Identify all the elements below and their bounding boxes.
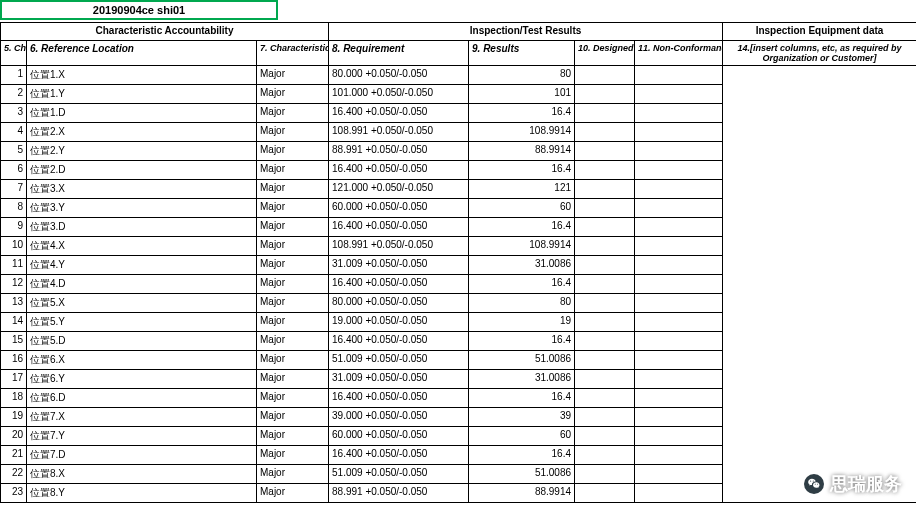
cell-res[interactable]: 16.4: [469, 161, 575, 180]
cell-char[interactable]: Major: [257, 332, 329, 351]
cell-nc[interactable]: [635, 389, 723, 408]
cell-res[interactable]: 16.4: [469, 218, 575, 237]
cell-res[interactable]: 16.4: [469, 389, 575, 408]
cell-tool[interactable]: [575, 237, 635, 256]
col-equip[interactable]: 14.[insert columns, etc, as required by …: [723, 41, 916, 66]
cell-char[interactable]: Major: [257, 123, 329, 142]
cell-refloc[interactable]: 位置3.Y: [27, 199, 257, 218]
cell-res[interactable]: 101: [469, 85, 575, 104]
cell-tool[interactable]: [575, 275, 635, 294]
cell-charno[interactable]: 3: [1, 104, 27, 123]
cell-refloc[interactable]: 位置8.Y: [27, 484, 257, 503]
cell-tool[interactable]: [575, 104, 635, 123]
cell-tool[interactable]: [575, 465, 635, 484]
cell-char[interactable]: Major: [257, 85, 329, 104]
cell-refloc[interactable]: 位置3.X: [27, 180, 257, 199]
cell-nc[interactable]: [635, 142, 723, 161]
cell-tool[interactable]: [575, 142, 635, 161]
cell-charno[interactable]: 22: [1, 465, 27, 484]
cell-req[interactable]: 16.400 +0.050/-0.050: [329, 446, 469, 465]
cell-tool[interactable]: [575, 351, 635, 370]
cell-char[interactable]: Major: [257, 256, 329, 275]
cell-res[interactable]: 31.0086: [469, 256, 575, 275]
cell-res[interactable]: 51.0086: [469, 465, 575, 484]
cell-nc[interactable]: [635, 294, 723, 313]
col-nc[interactable]: 11. Non-Conformance Number: [635, 41, 723, 66]
cell-res[interactable]: 51.0086: [469, 351, 575, 370]
cell-req[interactable]: 101.000 +0.050/-0.050: [329, 85, 469, 104]
cell-req[interactable]: 60.000 +0.050/-0.050: [329, 427, 469, 446]
cell-nc[interactable]: [635, 199, 723, 218]
cell-char[interactable]: Major: [257, 294, 329, 313]
cell-char[interactable]: Major: [257, 408, 329, 427]
cell-nc[interactable]: [635, 123, 723, 142]
cell-refloc[interactable]: 位置4.D: [27, 275, 257, 294]
col-charno[interactable]: 5. Char No.: [1, 41, 27, 66]
cell-char[interactable]: Major: [257, 180, 329, 199]
cell-tool[interactable]: [575, 180, 635, 199]
cell-charno[interactable]: 8: [1, 199, 27, 218]
cell-char[interactable]: Major: [257, 66, 329, 85]
cell-res[interactable]: 108.9914: [469, 237, 575, 256]
cell-nc[interactable]: [635, 313, 723, 332]
cell-res[interactable]: 16.4: [469, 446, 575, 465]
cell-tool[interactable]: [575, 332, 635, 351]
cell-charno[interactable]: 2: [1, 85, 27, 104]
cell-res[interactable]: 16.4: [469, 332, 575, 351]
cell-refloc[interactable]: 位置5.X: [27, 294, 257, 313]
cell-refloc[interactable]: 位置4.X: [27, 237, 257, 256]
active-cell-input[interactable]: [0, 0, 278, 20]
cell-tool[interactable]: [575, 199, 635, 218]
cell-char[interactable]: Major: [257, 161, 329, 180]
cell-refloc[interactable]: 位置7.Y: [27, 427, 257, 446]
cell-res[interactable]: 108.9914: [469, 123, 575, 142]
col-refloc[interactable]: 6. Reference Location: [27, 41, 257, 66]
cell-charno[interactable]: 9: [1, 218, 27, 237]
cell-char[interactable]: Major: [257, 104, 329, 123]
cell-req[interactable]: 51.009 +0.050/-0.050: [329, 351, 469, 370]
cell-req[interactable]: 121.000 +0.050/-0.050: [329, 180, 469, 199]
cell-req[interactable]: 108.991 +0.050/-0.050: [329, 123, 469, 142]
cell-refloc[interactable]: 位置1.D: [27, 104, 257, 123]
cell-refloc[interactable]: 位置6.X: [27, 351, 257, 370]
cell-req[interactable]: 88.991 +0.050/-0.050: [329, 484, 469, 503]
cell-nc[interactable]: [635, 180, 723, 199]
cell-tool[interactable]: [575, 123, 635, 142]
cell-equip[interactable]: [723, 66, 916, 503]
cell-char[interactable]: Major: [257, 275, 329, 294]
cell-res[interactable]: 80: [469, 294, 575, 313]
cell-char[interactable]: Major: [257, 427, 329, 446]
cell-char[interactable]: Major: [257, 142, 329, 161]
cell-req[interactable]: 31.009 +0.050/-0.050: [329, 256, 469, 275]
cell-charno[interactable]: 20: [1, 427, 27, 446]
cell-charno[interactable]: 14: [1, 313, 27, 332]
cell-nc[interactable]: [635, 332, 723, 351]
cell-char[interactable]: Major: [257, 465, 329, 484]
cell-nc[interactable]: [635, 104, 723, 123]
cell-tool[interactable]: [575, 484, 635, 503]
cell-charno[interactable]: 4: [1, 123, 27, 142]
cell-refloc[interactable]: 位置5.Y: [27, 313, 257, 332]
cell-tool[interactable]: [575, 427, 635, 446]
cell-refloc[interactable]: 位置4.Y: [27, 256, 257, 275]
cell-tool[interactable]: [575, 408, 635, 427]
cell-char[interactable]: Major: [257, 484, 329, 503]
cell-tool[interactable]: [575, 313, 635, 332]
cell-res[interactable]: 88.9914: [469, 484, 575, 503]
cell-char[interactable]: Major: [257, 389, 329, 408]
cell-res[interactable]: 121: [469, 180, 575, 199]
cell-res[interactable]: 16.4: [469, 104, 575, 123]
cell-res[interactable]: 60: [469, 427, 575, 446]
cell-res[interactable]: 19: [469, 313, 575, 332]
cell-req[interactable]: 88.991 +0.050/-0.050: [329, 142, 469, 161]
cell-refloc[interactable]: 位置1.Y: [27, 85, 257, 104]
cell-refloc[interactable]: 位置6.D: [27, 389, 257, 408]
cell-req[interactable]: 16.400 +0.050/-0.050: [329, 104, 469, 123]
col-req[interactable]: 8. Requirement: [329, 41, 469, 66]
cell-nc[interactable]: [635, 465, 723, 484]
cell-refloc[interactable]: 位置2.X: [27, 123, 257, 142]
cell-req[interactable]: 19.000 +0.050/-0.050: [329, 313, 469, 332]
cell-res[interactable]: 31.0086: [469, 370, 575, 389]
cell-req[interactable]: 108.991 +0.050/-0.050: [329, 237, 469, 256]
cell-req[interactable]: 16.400 +0.050/-0.050: [329, 332, 469, 351]
